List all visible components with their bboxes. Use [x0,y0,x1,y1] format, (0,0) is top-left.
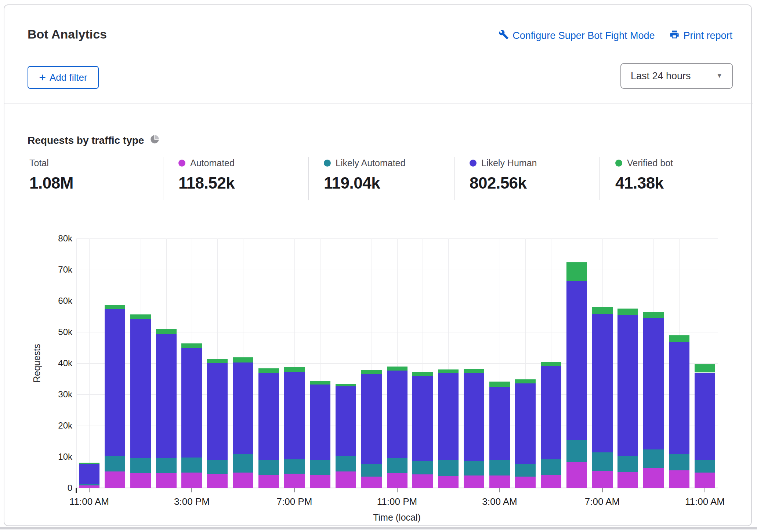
bar-segment-likely-automated [79,484,99,485]
stat-label: Total [29,158,49,168]
x-axis-tick-label: 7:00 AM [569,496,635,507]
bar-segment-automated [79,485,99,488]
add-filter-button[interactable]: + Add filter [28,66,99,89]
stat-value: 118.52k [178,174,303,192]
bar-segment-likely-automated [156,458,177,473]
bar-segment-likely-automated [464,461,484,475]
bar-segment-likely-automated [105,456,125,471]
bar-segment-likely-human [438,373,459,459]
time-range-value: Last 24 hours [631,70,691,82]
x-axis-tick [89,488,90,492]
y-axis-tick-label: 70k [39,265,72,275]
bar-segment-automated [438,476,459,488]
bar-segment-automated [617,472,638,488]
y-axis-tick-label: 50k [39,327,72,337]
bar-segment-likely-automated [695,460,715,473]
y-axis-tick-label: 30k [39,389,72,400]
chevron-down-icon: ▼ [716,72,722,80]
bar-segment-verified-bot [515,379,536,383]
bar-segment-automated [258,475,279,488]
bar-segment-likely-human [643,318,664,450]
bar-segment-likely-human [464,373,484,461]
plus-icon: + [39,73,46,82]
printer-icon [669,29,680,42]
stat-value: 41.38k [615,174,740,192]
bar-segment-likely-automated [336,456,356,471]
bar-segment-automated [643,468,664,488]
gridline-vertical [89,238,90,488]
bar-segment-verified-bot [438,369,459,373]
stat-value: 119.04k [324,174,449,192]
bar-segment-likely-human [387,371,408,458]
header-actions: Configure Super Bot Fight Mode Print rep… [499,29,732,42]
configure-link-label: Configure Super Bot Fight Mode [512,30,655,41]
stat-label: Likely Automated [336,158,405,168]
bar-segment-verified-bot [310,381,330,385]
bar-segment-likely-human [336,386,356,456]
x-axis-title: Time (local) [373,512,421,523]
bar-segment-likely-automated [284,459,305,474]
bar-segment-likely-automated [310,460,330,475]
bar-segment-automated [515,477,536,488]
stat-divider [454,157,454,200]
bar-segment-likely-automated [566,440,587,462]
x-axis-tick [294,488,295,492]
stat-label: Verified bot [627,158,673,168]
bar-segment-automated [207,474,228,488]
add-filter-label: Add filter [50,72,87,83]
bar-segment-likely-automated [130,458,151,473]
bar-segment-verified-bot [643,312,664,318]
bar-segment-likely-human [592,314,613,452]
stat-automated[interactable]: Automated118.52k [178,158,303,192]
y-axis-tick-label: 60k [39,296,72,306]
time-range-select[interactable]: Last 24 hours ▼ [620,63,733,89]
x-axis-tick-label: 7:00 PM [261,496,327,507]
bar-segment-likely-human [233,362,253,454]
legend-dot-likely-human [470,160,477,167]
bar-segment-verified-bot [105,305,125,309]
bar-segment-verified-bot [464,369,484,373]
bar-segment-automated [387,473,408,488]
stat-divider [600,157,600,200]
bar-segment-likely-automated [643,449,664,468]
bar-segment-likely-automated [592,452,613,471]
section-title-label: Requests by traffic type [28,135,144,146]
bar-segment-likely-automated [489,460,510,475]
stat-likely-automated[interactable]: Likely Automated119.04k [324,158,449,192]
stat-likely-human[interactable]: Likely Human802.56k [470,158,594,192]
print-link-label: Print report [683,30,732,41]
bar-segment-verified-bot [617,309,638,315]
legend-dot-automated [178,160,185,167]
bar-segment-likely-human [207,363,228,460]
bar-segment-verified-bot [284,367,305,372]
legend-dot-likely-automated [324,160,331,167]
bar-segment-automated [310,475,330,488]
bar-segment-verified-bot [592,307,613,314]
bar-segment-likely-human [695,373,715,460]
bar-segment-likely-human [361,374,382,464]
x-axis-tick-label: 11:00 PM [364,496,430,507]
legend-dot-verified-bot [615,160,622,167]
configure-super-bot-fight-mode-link[interactable]: Configure Super Bot Fight Mode [499,29,655,42]
page: Bot Analytics Configure Super Bot Fight … [0,0,757,532]
bar-segment-verified-bot [541,362,561,366]
bar-segment-likely-automated [361,464,382,477]
bar-segment-automated [361,477,382,488]
bar-segment-automated [592,471,613,488]
x-axis-tick [705,488,705,492]
bar-segment-automated [284,474,305,488]
wrench-icon [499,29,509,42]
stat-verified-bot[interactable]: Verified bot41.38k [615,158,740,192]
gridline-vertical [718,238,718,488]
x-axis-tick [602,488,603,492]
bar-segment-likely-automated [438,460,459,476]
bar-segment-likely-automated [181,458,202,473]
print-report-link[interactable]: Print report [669,29,732,42]
bar-segment-verified-bot [566,262,587,281]
bar-segment-likely-automated [207,460,228,474]
bar-segment-likely-automated [515,464,536,476]
bar-segment-likely-human [617,315,638,456]
stat-value: 802.56k [470,174,594,192]
bar-segment-automated [181,473,202,488]
header-divider [4,103,753,103]
